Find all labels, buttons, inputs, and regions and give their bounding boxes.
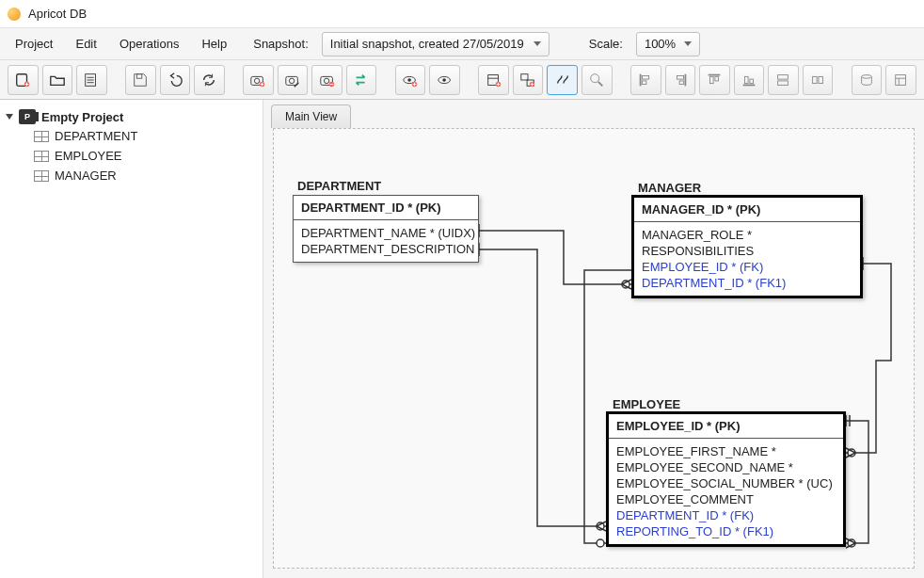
svg-point-60 — [848, 449, 855, 457]
tree-item-label: EMPLOYEE — [55, 149, 122, 163]
svg-rect-36 — [715, 76, 719, 81]
svg-point-68 — [597, 539, 604, 547]
svg-rect-40 — [778, 74, 789, 79]
entity-employee[interactable]: EMPLOYEE EMPLOYEE_ID * (PK) EMPLOYEE_FIR… — [606, 411, 846, 547]
chevron-down-icon — [534, 41, 541, 46]
refresh-button[interactable] — [194, 65, 225, 95]
app-icon — [8, 8, 21, 21]
tree-root[interactable]: P Empty Project — [6, 107, 257, 126]
er-canvas[interactable]: DEPARTMENT DEPARTMENT_ID * (PK) DEPARTME… — [273, 128, 915, 569]
svg-rect-29 — [643, 75, 649, 79]
svg-line-62 — [846, 453, 855, 458]
same-width-button[interactable] — [768, 65, 799, 95]
table-icon — [34, 151, 49, 162]
entity-column: DEPARTMENT_DESCRIPTION — [301, 241, 470, 257]
chevron-down-icon — [684, 41, 692, 46]
table-icon — [34, 170, 49, 182]
svg-line-52 — [622, 284, 631, 289]
search-button[interactable] — [581, 65, 613, 95]
svg-rect-6 — [137, 73, 142, 78]
svg-line-66 — [846, 538, 855, 543]
align-right-button[interactable] — [665, 65, 696, 95]
canvas-area: Main View — [263, 100, 924, 578]
align-bottom-button[interactable] — [734, 65, 765, 95]
new-entity-button[interactable] — [478, 65, 509, 95]
tree-item-employee[interactable]: EMPLOYEE — [6, 146, 257, 166]
compare-snapshot-button[interactable] — [346, 65, 377, 95]
svg-point-16 — [407, 78, 411, 82]
generate-script-button[interactable] — [885, 65, 916, 95]
new-related-entity-button[interactable] — [513, 65, 544, 95]
edit-view-button[interactable] — [429, 65, 460, 95]
entity-pk: DEPARTMENT_ID * (PK) — [294, 196, 478, 220]
tree-item-label: MANAGER — [55, 169, 117, 183]
tree-item-manager[interactable]: MANAGER — [6, 166, 257, 185]
open-project-button[interactable] — [42, 65, 73, 95]
align-left-button[interactable] — [630, 65, 661, 95]
svg-rect-30 — [643, 80, 647, 84]
menu-edit[interactable]: Edit — [66, 33, 105, 55]
svg-line-67 — [846, 543, 855, 548]
reverse-engineer-button[interactable] — [852, 65, 883, 95]
scale-label: Scale: — [576, 33, 627, 55]
tree-toggle-icon[interactable] — [6, 114, 13, 120]
svg-line-56 — [597, 522, 606, 526]
tree-item-label: DEPARTMENT — [55, 129, 137, 143]
tree-item-department[interactable]: DEPARTMENT — [6, 126, 257, 146]
entity-columns: MANAGER_ROLE * RESPONSIBILITIES EMPLOYEE… — [634, 222, 860, 296]
project-settings-button[interactable] — [76, 65, 107, 95]
menu-help[interactable]: Help — [192, 33, 236, 55]
new-view-button[interactable] — [395, 65, 426, 95]
scale-select[interactable]: 100% — [636, 32, 700, 56]
entity-column: EMPLOYEE_SECOND_NAME * — [616, 459, 836, 475]
toolbar — [0, 60, 924, 100]
svg-rect-38 — [744, 76, 748, 83]
entity-title: MANAGER — [634, 179, 705, 197]
edit-snapshot-button[interactable] — [278, 65, 309, 95]
main-split: P Empty Project DEPARTMENT EMPLOYEE MANA… — [0, 100, 924, 578]
entity-column-fk: EMPLOYEE_ID * (FK) — [642, 259, 852, 275]
save-button[interactable] — [125, 65, 156, 95]
svg-rect-41 — [778, 80, 789, 85]
entity-title: DEPARTMENT — [294, 177, 385, 195]
align-top-button[interactable] — [699, 65, 730, 95]
project-tree: P Empty Project DEPARTMENT EMPLOYEE MANA… — [0, 100, 263, 578]
entity-columns: EMPLOYEE_FIRST_NAME * EMPLOYEE_SECOND_NA… — [609, 439, 843, 544]
svg-rect-32 — [677, 75, 683, 79]
svg-line-51 — [622, 280, 631, 284]
entity-column: MANAGER_ROLE * — [642, 227, 852, 243]
menu-operations[interactable]: Operations — [110, 33, 189, 55]
project-icon: P — [19, 109, 36, 124]
new-snapshot-button[interactable] — [243, 65, 274, 95]
svg-rect-35 — [710, 76, 714, 83]
svg-point-44 — [862, 74, 872, 78]
title-bar: Apricot DB — [0, 0, 924, 28]
new-project-button[interactable] — [8, 65, 39, 95]
tab-main-view[interactable]: Main View — [271, 104, 351, 128]
entity-column: DEPARTMENT_NAME * (UIDX) — [301, 225, 470, 241]
entity-columns: DEPARTMENT_NAME * (UIDX) DEPARTMENT_DESC… — [294, 220, 478, 262]
entity-manager[interactable]: MANAGER MANAGER_ID * (PK) MANAGER_ROLE *… — [631, 195, 863, 298]
menu-project[interactable]: Project — [6, 33, 62, 55]
minimize-width-button[interactable] — [803, 65, 834, 95]
entity-column: EMPLOYEE_SOCIAL_NUMBER * (UC) — [616, 475, 836, 491]
new-relationship-button[interactable] — [547, 65, 578, 95]
svg-line-57 — [597, 526, 606, 531]
undo-button[interactable] — [160, 65, 191, 95]
snapshot-value: Initial snapshot, created 27/05/2019 — [330, 37, 524, 51]
table-icon — [34, 131, 49, 142]
delete-snapshot-button[interactable] — [311, 65, 343, 95]
tab-strip: Main View — [263, 100, 924, 128]
tree-root-label: Empty Project — [41, 110, 123, 124]
snapshot-select[interactable]: Initial snapshot, created 27/05/2019 — [322, 32, 550, 56]
entity-column-fk: DEPARTMENT_ID * (FK1) — [642, 275, 852, 291]
svg-point-11 — [289, 78, 294, 83]
entity-department[interactable]: DEPARTMENT DEPARTMENT_ID * (PK) DEPARTME… — [293, 195, 479, 263]
entity-column: EMPLOYEE_FIRST_NAME * — [616, 443, 836, 459]
svg-point-55 — [597, 522, 604, 530]
entity-title: EMPLOYEE — [609, 395, 684, 413]
menu-bar: Project Edit Operations Help Snapshot: I… — [0, 28, 924, 60]
scale-value: 100% — [645, 37, 676, 51]
svg-line-61 — [846, 448, 855, 453]
svg-rect-33 — [679, 80, 684, 84]
